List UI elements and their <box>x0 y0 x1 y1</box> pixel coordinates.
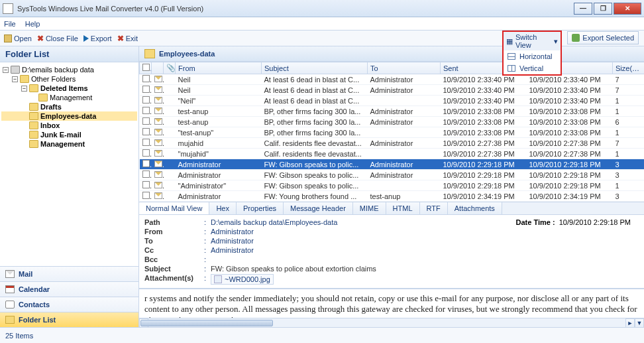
table-row[interactable]: AdministratorFW: Young brothers found ..… <box>140 191 645 202</box>
x-icon: ✖ <box>37 34 44 43</box>
table-row[interactable]: "test-anup" BP, other firms facing 300 l… <box>140 127 645 138</box>
row-checkbox[interactable] <box>142 75 150 82</box>
nav-label: Folder List <box>19 316 56 324</box>
switch-view-button[interactable]: ▦ Switch View ▾ <box>504 32 561 50</box>
col-size[interactable]: Size(KB) <box>613 62 645 74</box>
export-selected-button[interactable]: Export Selected <box>567 31 639 44</box>
table-row[interactable]: NeilAt least 6 dead in blast at C...Admi… <box>140 85 645 96</box>
cell-d2: 10/9/2010 2:27:38 PM <box>527 138 613 149</box>
tree-node-inbox[interactable]: Inbox <box>1 121 137 130</box>
close-button[interactable]: ✕ <box>614 3 641 15</box>
switch-vertical[interactable]: Vertical <box>504 62 561 74</box>
checkbox-icon[interactable] <box>142 64 150 71</box>
row-checkbox[interactable] <box>142 192 150 199</box>
table-row[interactable]: AdministratorFW: Gibson speaks to polic.… <box>140 170 645 180</box>
cell-to: Administrator <box>368 159 441 170</box>
table-row[interactable]: "mujahid" Calif. residents flee devastat… <box>140 149 645 159</box>
tab-attachments[interactable]: Attachments <box>448 202 502 214</box>
row-checkbox[interactable] <box>142 86 150 93</box>
table-row[interactable]: mujahidCalif. residents flee devastat...… <box>140 138 645 149</box>
tab-normal[interactable]: Normal Mail View <box>139 202 209 214</box>
menu-help[interactable]: Help <box>25 20 40 28</box>
tree-node-other[interactable]: −Other Folders <box>1 74 137 84</box>
col-flag[interactable]: 📎 <box>164 62 176 74</box>
cell-d2: 10/9/2010 2:33:08 PM <box>527 106 613 117</box>
tree-node-employees[interactable]: Employees-data <box>1 111 137 121</box>
row-checkbox[interactable] <box>142 117 150 125</box>
tree-node-root[interactable]: −D:\emails backup data <box>1 65 137 74</box>
table-row[interactable]: test-anupBP, other firms facing 300 la..… <box>140 117 645 127</box>
tab-rtf[interactable]: RTF <box>420 202 448 214</box>
open-button[interactable]: Open <box>4 34 32 42</box>
scroll-right-button[interactable]: ► <box>625 318 635 327</box>
scroll-thumb[interactable] <box>140 320 273 326</box>
bcc-label: Bcc <box>144 255 204 263</box>
tree-node-junk[interactable]: Junk E-mail <box>1 130 137 139</box>
row-checkbox[interactable] <box>142 128 150 135</box>
table-row[interactable]: AdministratorFW: Gibson speaks to polic.… <box>140 159 645 170</box>
collapse-icon[interactable]: − <box>12 76 18 82</box>
col-icon[interactable] <box>152 62 164 74</box>
table-row[interactable]: test-anupBP, other firms facing 300 la..… <box>140 106 645 117</box>
col-subject[interactable]: Subject <box>262 62 368 74</box>
export-button[interactable]: Export <box>83 34 112 42</box>
tab-properties[interactable]: Properties <box>237 202 284 214</box>
cell-subject: FW: Young brothers found ... <box>262 191 368 202</box>
exit-button[interactable]: ✖Exit <box>117 34 138 43</box>
col-from[interactable]: From <box>176 62 262 74</box>
row-checkbox[interactable] <box>142 181 150 188</box>
col-checkbox[interactable] <box>140 62 152 74</box>
cell-from: "test-anup" <box>176 127 262 138</box>
table-row[interactable]: NeilAt least 6 dead in blast at C...Admi… <box>140 74 645 85</box>
table-row[interactable]: "Neil" At least 6 dead in blast at C...1… <box>140 96 645 106</box>
folder-icon <box>20 75 29 83</box>
contacts-icon <box>5 301 15 309</box>
switch-view-dropdown: ▦ Switch View ▾ Horizontal Vertical <box>502 31 562 76</box>
row-checkbox[interactable] <box>142 107 150 114</box>
collapse-icon[interactable]: − <box>3 67 9 73</box>
folder-icon <box>29 84 38 92</box>
row-checkbox[interactable] <box>142 139 150 146</box>
nav-calendar[interactable]: Calendar <box>0 281 138 297</box>
row-checkbox[interactable] <box>142 160 150 167</box>
attachment-chip[interactable]: ~WRD000.jpg <box>211 274 274 285</box>
row-checkbox[interactable] <box>142 149 150 157</box>
tree-node-deleted[interactable]: −Deleted Items <box>1 84 137 93</box>
mail-icon <box>154 161 162 167</box>
nav-contacts[interactable]: Contacts <box>0 297 138 312</box>
cell-size: 7 <box>613 138 645 149</box>
tab-mime[interactable]: MIME <box>353 202 386 214</box>
cell-from: mujahid <box>176 138 262 149</box>
table-row[interactable]: "Administrator" FW: Gibson speaks to pol… <box>140 180 645 191</box>
cell-subject: Calif. residents flee devastat... <box>262 138 368 149</box>
col-to[interactable]: To <box>368 62 441 74</box>
minimize-button[interactable]: — <box>574 3 592 15</box>
tab-message-header[interactable]: Message Header <box>284 202 353 214</box>
tab-hex[interactable]: Hex <box>209 202 237 214</box>
attachment-label: Attachment(s) <box>144 274 204 285</box>
nav-folder-list[interactable]: Folder List <box>0 312 138 327</box>
tree-node-management2[interactable]: Management <box>1 139 137 149</box>
row-checkbox[interactable] <box>142 171 150 178</box>
tree-node-management[interactable]: Management <box>1 93 137 102</box>
maximize-button[interactable]: ❐ <box>594 3 612 15</box>
horizontal-scrollbar[interactable]: ◄ ► ▼ <box>139 318 644 327</box>
horizontal-layout-icon <box>508 53 515 60</box>
switch-horizontal[interactable]: Horizontal <box>504 50 561 62</box>
scroll-down-button[interactable]: ▼ <box>635 318 644 327</box>
cell-from: "Administrator" <box>176 180 262 191</box>
bcc-value <box>211 255 639 263</box>
cell-subject: At least 6 dead in blast at C... <box>262 74 368 85</box>
tree-label: Junk E-mail <box>40 131 81 139</box>
tree-node-drafts[interactable]: Drafts <box>1 102 137 111</box>
mail-body[interactable]: r systems and notify the sender immediat… <box>139 289 644 318</box>
nav-mail[interactable]: Mail <box>0 266 138 281</box>
close-file-button[interactable]: ✖Close File <box>37 34 78 43</box>
collapse-icon[interactable]: − <box>21 86 27 92</box>
x-icon: ✖ <box>117 34 124 43</box>
export-icon <box>83 35 89 42</box>
row-checkbox[interactable] <box>142 96 150 103</box>
tab-html[interactable]: HTML <box>386 202 420 214</box>
cell-from: Administrator <box>176 170 262 180</box>
menu-file[interactable]: File <box>4 20 16 28</box>
